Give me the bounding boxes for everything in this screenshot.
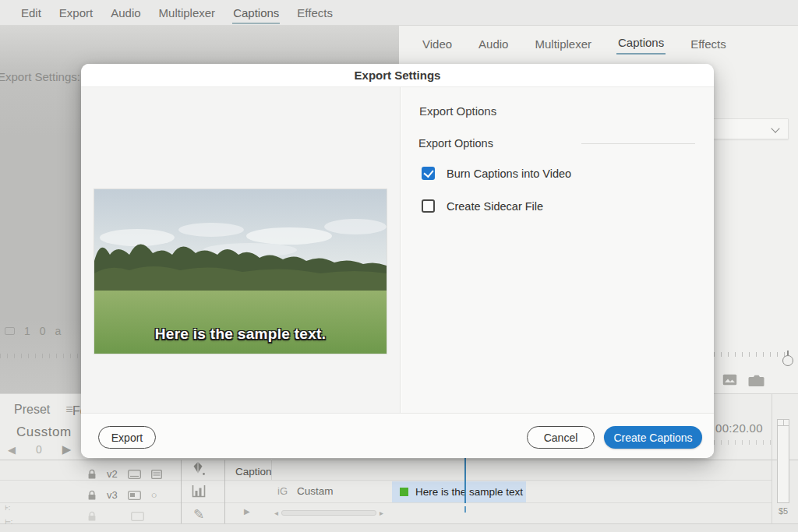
horizontal-scrollbar[interactable]: ◂ ▸ [274,508,391,517]
track-row-v2[interactable]: v2 [87,464,162,484]
burned-in-caption: Here is the sample text. [94,326,387,343]
lock-icon [87,511,97,522]
clip-color-swatch [400,488,408,496]
export-settings-dialog: Export Settings [81,64,714,458]
menu-export[interactable]: Export [58,2,94,24]
export-settings-label: Export Settings: [0,70,80,83]
preset-custom-value: Cusstom [16,425,72,440]
timeline-tools: ✎ [192,461,206,523]
dialog-preview-pane: Here is the sample text. [81,87,401,413]
checkbox-checked-icon[interactable] [422,167,435,180]
toggle-circle-icon[interactable]: ○ [151,489,157,501]
caption-style-name: Custam [297,485,334,497]
section-rule [581,143,695,144]
option-label: Burn Captions into Video [447,167,571,180]
track-headers: v2 v3 ○ [87,464,162,527]
menu-edit[interactable]: Edit [20,2,42,24]
transport-controls: ◀ 0 ▶ [8,442,71,456]
media-icons [722,374,764,386]
tab-audio[interactable]: Audio [477,34,510,54]
menu-multiplexer[interactable]: Multiplexer [158,2,217,24]
vertical-zoom-slider[interactable] [777,419,789,503]
option-create-sidecar[interactable]: Create Sidecar File [422,199,543,213]
lock-icon[interactable] [87,469,97,480]
counter-value: 0 [36,443,42,456]
monitor-icon[interactable] [128,491,141,500]
timeline-column-divider [224,460,225,523]
overlay-digit: a [55,325,62,337]
tab-multiplexer[interactable]: Multiplexer [533,34,593,54]
tab-effects[interactable]: Effects [689,34,728,54]
preset-row: Preset ≡ [14,403,73,417]
dialog-footer: Export Cancel Create Captions [81,413,714,458]
track-row-v3[interactable]: v3 ○ [87,484,162,506]
pencil-icon[interactable]: ✎ [193,506,204,523]
edge-marks: ⊦: ⊢: [5,504,12,526]
marker-icon[interactable] [192,461,206,476]
timeline-play-icon[interactable]: ▶ [244,507,250,516]
monitor-icon [131,512,144,521]
menubar: Edit Export Audio Multiplexer Captions E… [0,0,798,26]
export-options-section-label: Export Options [418,137,493,150]
chart-icon[interactable] [192,484,206,498]
tab-captions[interactable]: Captions [616,33,666,55]
settings-tabs: Video Audio Multiplexer Captions Effects [421,33,728,55]
track-row-faint[interactable] [87,506,162,527]
scroll-left-icon[interactable]: ◂ [274,509,278,517]
scroll-right-icon[interactable]: ▸ [380,509,383,517]
checkbox-unchecked-icon[interactable] [422,199,435,213]
overlay-digit: 1 [24,325,30,337]
menu-captions[interactable]: Captions [232,2,280,24]
left-ruler [0,354,81,358]
export-options-heading: Export Options [419,104,496,118]
camera-icon[interactable] [748,374,764,386]
caption-clip[interactable]: Here is the sample text [392,481,526,502]
panel-icon[interactable] [151,470,162,479]
timeline-column-divider [181,460,182,523]
panel-icon [5,327,15,335]
track-label: v3 [107,489,118,501]
timecode-display: 00:20.00 [715,421,763,435]
zoom-badge: $5 [779,506,788,516]
export-button[interactable]: Export [98,426,156,449]
preset-label: Preset [14,403,50,417]
create-captions-button[interactable]: Create Captions [604,426,702,449]
panel-divider [772,393,772,523]
play-icon[interactable]: ▶ [62,442,72,456]
dialog-title: Export Settings [355,69,441,82]
caption-clip-text: Here is the sample text [415,486,523,498]
lock-icon[interactable] [87,490,97,501]
image-icon[interactable] [722,374,737,386]
right-ruler [714,352,786,357]
previous-icon[interactable]: ◀ [8,444,16,456]
clip-overlay-indicators: 1 0 a [5,325,61,337]
video-preview: Here is the sample text. [94,189,387,354]
playhead[interactable] [464,456,466,503]
preset-dropdown[interactable] [711,118,789,139]
option-label: Create Sidecar File [447,200,543,213]
playhead-needle-icon[interactable] [782,355,793,366]
scrollbar-thumb[interactable] [281,510,376,516]
option-burn-captions[interactable]: Burn Captions into Video [422,167,571,180]
menu-effects[interactable]: Effects [296,2,334,24]
mark-glyph: ⊢: [5,518,12,526]
track-label: v2 [107,468,118,480]
cancel-button[interactable]: Cancel [527,426,595,449]
mark-glyph: ⊦: [5,504,12,512]
caption-track-label: Caption [235,466,272,477]
caption-style-badge: iG [277,485,288,497]
chevron-down-icon [771,124,779,132]
playhead-tail [464,506,466,513]
overlay-digit: 0 [40,325,46,337]
tab-video[interactable]: Video [421,34,454,54]
mini-ruler [714,440,772,445]
dialog-header[interactable]: Export Settings [81,64,714,87]
monitor-icon[interactable] [128,470,141,479]
dialog-options-pane: Export Options Export Options Burn Capti… [401,87,714,413]
menu-audio[interactable]: Audio [110,2,141,24]
